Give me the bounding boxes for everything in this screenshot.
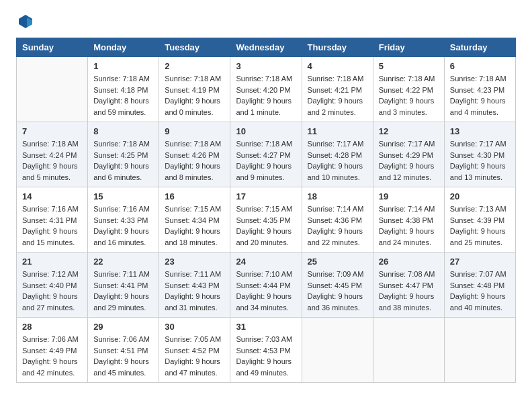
calendar-cell: 17 Sunrise: 7:15 AM Sunset: 4:35 PM Dayl… [230,187,302,253]
daylight-text: Daylight: 9 hours and 16 minutes. [93,227,149,246]
sunrise-text: Sunrise: 7:16 AM [93,205,150,213]
day-number: 23 [165,257,224,267]
day-info: Sunrise: 7:17 AM Sunset: 4:30 PM Dayligh… [450,138,510,183]
sunrise-text: Sunrise: 7:18 AM [165,75,221,83]
daylight-text: Daylight: 9 hours and 0 minutes. [165,97,220,116]
sunrise-text: Sunrise: 7:06 AM [93,335,150,343]
day-info: Sunrise: 7:18 AM Sunset: 4:22 PM Dayligh… [379,73,439,118]
daylight-text: Daylight: 9 hours and 47 minutes. [165,357,220,377]
day-info: Sunrise: 7:16 AM Sunset: 4:33 PM Dayligh… [93,203,153,248]
daylight-text: Daylight: 9 hours and 6 minutes. [93,162,149,181]
day-number: 31 [236,322,296,332]
sunset-text: Sunset: 4:35 PM [236,216,290,224]
day-number: 21 [22,257,82,267]
sunrise-text: Sunrise: 7:11 AM [93,270,150,278]
day-number: 12 [379,126,439,136]
calendar-cell: 18 Sunrise: 7:14 AM Sunset: 4:36 PM Dayl… [302,187,373,253]
sunset-text: Sunset: 4:51 PM [93,347,148,355]
day-number: 7 [22,126,82,136]
sunset-text: Sunset: 4:53 PM [236,347,290,355]
daylight-text: Daylight: 9 hours and 49 minutes. [236,357,292,377]
day-number: 19 [379,191,439,201]
day-info: Sunrise: 7:18 AM Sunset: 4:21 PM Dayligh… [308,73,367,118]
day-number: 2 [165,61,224,71]
sunset-text: Sunset: 4:30 PM [450,151,504,159]
calendar-week-row: 1 Sunrise: 7:18 AM Sunset: 4:18 PM Dayli… [17,57,516,122]
calendar-cell: 21 Sunrise: 7:12 AM Sunset: 4:40 PM Dayl… [17,253,88,318]
daylight-text: Daylight: 9 hours and 38 minutes. [379,292,435,312]
calendar-cell: 19 Sunrise: 7:14 AM Sunset: 4:38 PM Dayl… [373,187,444,253]
day-number: 6 [450,61,510,71]
sunrise-text: Sunrise: 7:07 AM [450,270,506,278]
daylight-text: Daylight: 9 hours and 13 minutes. [450,162,506,181]
day-number: 10 [236,126,296,136]
day-number: 4 [308,61,367,71]
daylight-text: Daylight: 9 hours and 45 minutes. [93,357,149,377]
daylight-text: Daylight: 9 hours and 2 minutes. [308,97,363,116]
calendar-cell: 30 Sunrise: 7:05 AM Sunset: 4:52 PM Dayl… [159,318,230,383]
sunrise-text: Sunrise: 7:14 AM [308,205,364,213]
day-info: Sunrise: 7:17 AM Sunset: 4:29 PM Dayligh… [379,138,439,183]
day-number: 15 [93,191,153,201]
sunset-text: Sunset: 4:25 PM [93,151,148,159]
sunset-text: Sunset: 4:33 PM [93,216,148,224]
sunrise-text: Sunrise: 7:13 AM [450,205,506,213]
calendar-cell: 1 Sunrise: 7:18 AM Sunset: 4:18 PM Dayli… [88,57,159,122]
daylight-text: Daylight: 9 hours and 20 minutes. [236,227,292,246]
weekday-header-sunday: Sunday [17,38,88,57]
calendar-cell: 3 Sunrise: 7:18 AM Sunset: 4:20 PM Dayli… [230,57,302,122]
sunrise-text: Sunrise: 7:15 AM [165,205,221,213]
daylight-text: Daylight: 9 hours and 25 minutes. [450,227,506,246]
daylight-text: Daylight: 9 hours and 31 minutes. [165,292,220,312]
sunset-text: Sunset: 4:18 PM [93,86,148,94]
sunrise-text: Sunrise: 7:14 AM [379,205,435,213]
sunrise-text: Sunrise: 7:03 AM [236,335,292,343]
sunset-text: Sunset: 4:20 PM [236,86,290,94]
calendar-cell: 2 Sunrise: 7:18 AM Sunset: 4:19 PM Dayli… [159,57,230,122]
daylight-text: Daylight: 9 hours and 34 minutes. [236,292,292,312]
calendar-cell [373,318,444,383]
sunrise-text: Sunrise: 7:18 AM [22,140,79,148]
sunset-text: Sunset: 4:43 PM [165,281,219,289]
sunset-text: Sunset: 4:24 PM [22,151,77,159]
sunrise-text: Sunrise: 7:12 AM [22,270,79,278]
day-number: 24 [236,257,296,267]
daylight-text: Daylight: 9 hours and 18 minutes. [165,227,220,246]
daylight-text: Daylight: 9 hours and 40 minutes. [450,292,506,312]
sunrise-text: Sunrise: 7:10 AM [236,270,292,278]
sunrise-text: Sunrise: 7:06 AM [22,335,79,343]
sunrise-text: Sunrise: 7:18 AM [93,140,150,148]
calendar-cell: 27 Sunrise: 7:07 AM Sunset: 4:48 PM Dayl… [444,253,515,318]
day-number: 5 [379,61,439,71]
sunset-text: Sunset: 4:40 PM [22,281,77,289]
sunrise-text: Sunrise: 7:05 AM [165,335,221,343]
day-info: Sunrise: 7:10 AM Sunset: 4:44 PM Dayligh… [236,269,296,313]
day-info: Sunrise: 7:15 AM Sunset: 4:35 PM Dayligh… [236,203,296,248]
calendar-cell: 16 Sunrise: 7:15 AM Sunset: 4:34 PM Dayl… [159,187,230,253]
daylight-text: Daylight: 9 hours and 3 minutes. [379,97,435,116]
calendar-cell: 10 Sunrise: 7:18 AM Sunset: 4:27 PM Dayl… [230,122,302,187]
calendar-cell: 15 Sunrise: 7:16 AM Sunset: 4:33 PM Dayl… [88,187,159,253]
day-number: 13 [450,126,510,136]
day-number: 3 [236,61,296,71]
sunset-text: Sunset: 4:47 PM [379,281,433,289]
day-number: 22 [93,257,153,267]
calendar-week-row: 7 Sunrise: 7:18 AM Sunset: 4:24 PM Dayli… [17,122,516,187]
sunrise-text: Sunrise: 7:08 AM [379,270,435,278]
day-number: 28 [22,322,82,332]
weekday-header-saturday: Saturday [444,38,515,57]
calendar-cell: 4 Sunrise: 7:18 AM Sunset: 4:21 PM Dayli… [302,57,373,122]
sunrise-text: Sunrise: 7:18 AM [165,140,221,148]
day-number: 27 [450,257,510,267]
day-number: 29 [93,322,153,332]
sunset-text: Sunset: 4:31 PM [22,216,77,224]
day-number: 25 [308,257,367,267]
sunset-text: Sunset: 4:48 PM [450,281,504,289]
sunset-text: Sunset: 4:41 PM [93,281,148,289]
calendar: SundayMondayTuesdayWednesdayThursdayFrid… [16,38,516,383]
sunrise-text: Sunrise: 7:18 AM [236,75,292,83]
day-info: Sunrise: 7:05 AM Sunset: 4:52 PM Dayligh… [165,334,224,378]
day-number: 9 [165,126,224,136]
calendar-cell: 7 Sunrise: 7:18 AM Sunset: 4:24 PM Dayli… [17,122,88,187]
daylight-text: Daylight: 8 hours and 59 minutes. [93,97,149,116]
